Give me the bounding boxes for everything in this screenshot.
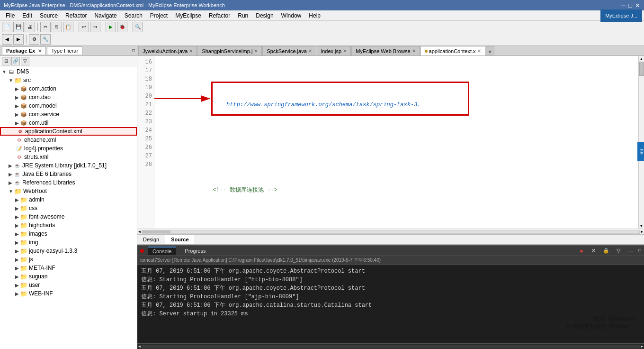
tree-item-web-inf[interactable]: ▶ 📁 WEB-INF — [0, 289, 137, 298]
tree-item-js[interactable]: ▶ 📁 js — [0, 255, 137, 264]
menu-navigate[interactable]: Navigate — [90, 11, 120, 20]
hscroll-thumb[interactable] — [142, 230, 170, 233]
tree-item-com-model[interactable]: ▶ 📦 com.model — [0, 101, 137, 110]
tree-item-meta-inf[interactable]: ▶ 📁 META-INF — [0, 264, 137, 272]
console-scroll-right[interactable]: ▶ — [641, 344, 643, 349]
print-button[interactable]: 🖨 — [25, 22, 35, 32]
view-menu-button[interactable]: ▽ — [21, 57, 29, 65]
scroll-up-arrow[interactable]: ▲ — [639, 56, 644, 62]
copy-button[interactable]: ⎘ — [52, 22, 62, 32]
console-clear-button[interactable]: ✕ — [590, 247, 598, 255]
tab-spck[interactable]: SpckService.java ✕ — [262, 46, 316, 55]
menu-project[interactable]: Project — [146, 11, 171, 20]
hscroll-track — [142, 230, 640, 234]
tree-item-src[interactable]: ▼ 📁 src — [0, 76, 137, 84]
tree-item-admin[interactable]: ▶ 📁 admin — [0, 195, 137, 204]
menu-refactor2[interactable]: Refactor — [205, 11, 234, 20]
menu-window[interactable]: Window — [277, 11, 305, 20]
tree-item-img[interactable]: ▶ 📁 img — [0, 238, 137, 247]
tree-item-user[interactable]: ▶ 📁 user — [0, 281, 137, 289]
tree-item-suguan[interactable]: ▶ 📁 suguan — [0, 272, 137, 281]
tab-app-context[interactable]: applicationContext.x ✕ — [420, 46, 485, 55]
tree-item-referenced-libs[interactable]: ▶ ☕ Referenced Libraries — [0, 178, 137, 187]
tree-item-ehcache-xml[interactable]: ⚙ ehcache.xml — [0, 136, 137, 144]
close-package-tab[interactable]: ✕ — [38, 48, 42, 54]
undo-button[interactable]: ↩ — [79, 22, 89, 32]
tab-console[interactable]: Console — [148, 247, 176, 255]
console-hscrollbar[interactable]: ◀ ▶ — [137, 343, 644, 349]
tree-item-images[interactable]: ▶ 📁 images — [0, 230, 137, 238]
tree-item-highcharts[interactable]: ▶ 📁 highcharts — [0, 221, 137, 230]
run-button[interactable]: ▶ — [106, 22, 116, 32]
tb2-btn2[interactable]: 🔧 — [40, 34, 51, 45]
tree-item-font-awesome[interactable]: ▶ 📁 font-awesome — [0, 212, 137, 221]
tree-item-com-action[interactable]: ▶ 📦 com.action — [0, 84, 137, 93]
code-content[interactable]: http://www.springframework.org/schema/ta… — [154, 56, 638, 229]
tree-item-com-service[interactable]: ▶ 📦 com.service — [0, 110, 137, 119]
minimize-panel-icon[interactable]: — — [126, 48, 131, 53]
minimize-button[interactable]: ─ — [621, 2, 626, 9]
menu-myeclipse[interactable]: MyEclipse — [171, 11, 205, 20]
tab-overflow[interactable]: » — [486, 46, 494, 55]
right-accent-bar[interactable]: 59 — [637, 142, 644, 161]
menu-search[interactable]: Search — [121, 11, 146, 20]
redo-button[interactable]: ↪ — [90, 22, 100, 32]
debug-button[interactable]: 🐞 — [117, 22, 127, 32]
tree-item-com-util[interactable]: ▶ 📦 com.util — [0, 119, 137, 127]
new-button[interactable]: 📄 — [2, 22, 12, 32]
window-controls[interactable]: ─ □ ✕ — [621, 2, 640, 9]
tree-item-webroot[interactable]: ▼ 📁 WebRoot — [0, 187, 137, 195]
tree-item-app-context-xml[interactable]: ⚙ applicationContext.xml — [0, 127, 137, 136]
paste-button[interactable]: 📋 — [63, 22, 73, 32]
maximize-console-icon[interactable]: □ — [638, 248, 641, 253]
tab-design[interactable]: Design — [137, 235, 165, 244]
back-button[interactable]: ◀ — [2, 34, 12, 45]
tab-shangpin[interactable]: ShangpinServiceImp.j ✕ — [197, 46, 262, 55]
link-with-editor-button[interactable]: 🔗 — [11, 57, 20, 65]
menu-help[interactable]: Help — [305, 11, 324, 20]
tree-item-css[interactable]: ▶ 📁 css — [0, 204, 137, 212]
console-scroll-lock-button[interactable]: 🔒 — [602, 247, 610, 255]
minimize-console-icon[interactable]: — — [628, 248, 633, 253]
forward-button[interactable]: ▶ — [13, 34, 24, 45]
tree-item-javaee[interactable]: ▶ ☕ Java EE 6 Libraries — [0, 170, 137, 178]
scroll-right-arrow[interactable]: ▶ — [641, 230, 643, 234]
tree-item-jquery[interactable]: ▶ 📁 jquery-easyui-1.3.3 — [0, 247, 137, 255]
tree-item-jre[interactable]: ▶ ☕ JRE System Library [jdk1.7.0_51] — [0, 161, 137, 170]
tree-item-com-dao[interactable]: ▶ 📦 com.dao — [0, 93, 137, 101]
tree-label-app-context: applicationContext.xml — [25, 128, 82, 135]
editor-hscrollbar[interactable]: ◀ ▶ — [137, 229, 644, 234]
menu-run[interactable]: Run — [234, 11, 252, 20]
tab-type-hierarchy[interactable]: Type Hierar — [47, 46, 82, 55]
search-btn[interactable]: 🔍 — [133, 22, 143, 32]
collapse-all-button[interactable]: ⊟ — [2, 57, 10, 65]
jar-javaee-icon: ☕ — [13, 170, 21, 178]
console-menu-button[interactable]: ▽ — [614, 247, 623, 255]
tree-item-log4j[interactable]: 📝 log4j.properties — [0, 144, 137, 153]
tab-source[interactable]: Source — [165, 235, 195, 244]
scroll-down-arrow[interactable]: ▼ — [639, 223, 644, 229]
console-stop-button[interactable]: ■ — [577, 247, 586, 255]
menu-edit[interactable]: Edit — [18, 11, 36, 20]
tab-progress[interactable]: Progress — [180, 247, 210, 255]
close-button[interactable]: ✕ — [635, 2, 640, 9]
menu-file[interactable]: File — [2, 11, 18, 20]
menu-refactor[interactable]: Refactor — [62, 11, 90, 20]
maximize-button[interactable]: □ — [628, 2, 632, 9]
tab-package-explorer[interactable]: Package Ex ✕ — [2, 46, 46, 55]
console-scroll-left[interactable]: ◀ — [138, 344, 141, 349]
tree-item-dms[interactable]: ▼ 🗂 DMS — [0, 67, 137, 76]
tab-myeclipse-browse[interactable]: MyEclipse Web Browse ✕ — [351, 46, 420, 55]
scroll-left-arrow[interactable]: ◀ — [138, 230, 141, 234]
tree-item-struts-xml[interactable]: ⚙ struts.xml — [0, 153, 137, 161]
scroll-thumb[interactable] — [639, 62, 644, 76]
menu-source[interactable]: Source — [36, 11, 62, 20]
cut-button[interactable]: ✂ — [40, 22, 51, 32]
save-button[interactable]: 💾 — [13, 22, 24, 32]
jar-reflibs-icon: ☕ — [13, 179, 21, 186]
tab-index-jsp[interactable]: index.jsp ✕ — [317, 46, 351, 55]
menu-design[interactable]: Design — [252, 11, 277, 20]
tb2-btn1[interactable]: ⚙ — [29, 34, 39, 45]
tab-jyweixiu[interactable]: JyweixiuAction.java ✕ — [138, 46, 197, 55]
maximize-panel-icon[interactable]: □ — [132, 48, 135, 53]
